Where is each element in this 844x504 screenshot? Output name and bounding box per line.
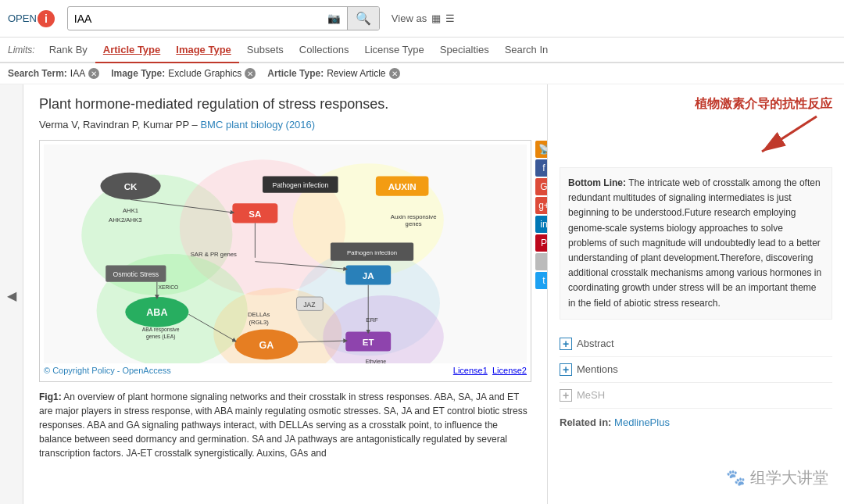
svg-text:JAZ: JAZ [303,301,316,309]
blank-icon [535,253,547,270]
search-term-search: Search Term: IAA ✕ [8,68,99,79]
abstract-label: Abstract [577,338,614,349]
diagram-svg: CK AUXIN SA Pathogen infection JA [44,145,527,363]
fig-label: Fig1: [39,391,62,402]
authors-text: Verma V, Ravindran P, Kumar PP – [39,119,200,130]
svg-text:CK: CK [124,182,138,191]
search-input[interactable] [68,9,321,29]
figure-container: CK AUXIN SA Pathogen infection JA [39,140,531,382]
article-type-label: Article Type: [267,68,324,79]
abstract-expand-icon: + [560,338,572,350]
nav-specialties[interactable]: Specialties [432,38,497,63]
svg-text:ABA responsive: ABA responsive [142,327,180,333]
gplus-icon[interactable]: g+ [535,197,547,214]
camera-button[interactable]: 📷 [321,9,347,28]
svg-text:JA: JA [363,271,374,281]
copyright-link[interactable]: © Copyright Policy - OpenAccess [44,366,171,375]
rss-icon[interactable]: 📡 [535,141,547,158]
svg-line-50 [762,116,817,152]
search-button[interactable]: 🔍 [347,7,379,30]
svg-text:Osmotic Stress: Osmotic Stress [113,270,159,278]
article-authors: Verma V, Ravindran P, Kumar PP – BMC pla… [39,119,531,130]
fig-text: An overview of plant hormone signaling n… [39,391,528,459]
nav-subsets[interactable]: Subsets [239,38,291,63]
bottom-line-box: Bottom Line: The intricate web of crosst… [560,167,832,320]
svg-text:genes (LEA): genes (LEA) [146,334,176,340]
search-terms-bar: Search Term: IAA ✕ Image Type: Exclude G… [0,63,844,84]
nav-image-type[interactable]: Image Type [168,38,239,63]
svg-text:XERICO: XERICO [158,284,178,290]
bottom-line-label: Bottom Line: [568,177,626,188]
view-as-controls: View as ▦ ☰ [392,13,455,24]
svg-text:GA: GA [259,340,274,351]
nav-search-in[interactable]: Search In [497,38,556,63]
mentions-label: Mentions [577,363,618,375]
svg-text:ET: ET [363,338,374,347]
nav-article-type[interactable]: Article Type [95,38,168,63]
nav-license-type[interactable]: License Type [356,38,431,63]
svg-text:AHK2/AHK3: AHK2/AHK3 [109,216,141,223]
annotation-area: 植物激素介导的抗性反应 [560,96,832,159]
nav-rank-by[interactable]: Rank By [41,38,95,63]
svg-text:DELLAs: DELLAs [248,311,270,318]
facebook-icon[interactable]: f [535,159,547,177]
right-panel: 植物激素介导的抗性反应 Bottom Line: The intricate w… [547,84,844,504]
search-term-label: Search Term: [8,68,67,79]
search-bar[interactable]: 📷 🔍 [67,6,380,30]
license1-link[interactable]: License1 [453,366,488,375]
content-area: Plant hormone-mediated regulation of str… [23,84,547,504]
abstract-section[interactable]: + Abstract [560,331,832,357]
svg-text:Ethylene: Ethylene [366,359,387,363]
header: OPENi 📷 🔍 View as ▦ ☰ [0,0,844,38]
svg-text:Pathogen infection: Pathogen infection [272,181,328,189]
svg-text:ABA: ABA [146,307,167,318]
nav-limits-label: Limits: [8,38,35,62]
journal-link[interactable]: BMC plant biology (2016) [200,119,315,130]
linkedin-icon[interactable]: in [535,216,547,233]
article-type-remove[interactable]: ✕ [389,68,400,79]
image-type-remove[interactable]: ✕ [245,68,256,79]
license-links: License1 License2 [453,366,527,375]
annotation-chinese-text: 植物激素介导的抗性反应 [695,97,832,110]
article-type-value: Review Article [327,68,385,79]
left-panel-toggle[interactable]: ◀ [0,84,23,504]
svg-text:(RGL3): (RGL3) [249,319,270,326]
google-icon[interactable]: G [535,178,547,195]
svg-text:SA: SA [249,209,262,219]
image-type-value: Exclude Graphics [168,68,241,79]
svg-text:ERF: ERF [366,316,378,323]
svg-text:SAR & PR genes: SAR & PR genes [191,251,237,258]
related-in-label: Related in: [560,416,611,428]
list-view-icon[interactable]: ☰ [445,13,455,24]
mesh-section[interactable]: + MeSH [560,383,832,409]
medlineplus-link[interactable]: MedlinePlus [614,416,670,428]
figure-caption: Fig1: An overview of plant hormone signa… [39,390,531,460]
svg-text:Auxin responsive: Auxin responsive [391,213,437,220]
nav-bar: Limits: Rank By Article Type Image Type … [0,38,844,63]
search-term-value: IAA [70,68,85,79]
related-in-section: Related in: MedlinePlus [560,409,832,436]
logo-i-circle: i [38,10,55,27]
logo-open-text: OPEN [8,13,37,24]
figure-image: CK AUXIN SA Pathogen infection JA [44,145,527,363]
svg-text:AHK1: AHK1 [123,207,138,214]
arrow-svg [738,113,832,159]
main-layout: ◀ Plant hormone-mediated regulation of s… [0,84,844,504]
figure-footer: © Copyright Policy - OpenAccess License1… [44,363,527,377]
mentions-expand-icon: + [560,363,572,376]
image-type-term: Image Type: Exclude Graphics ✕ [111,68,256,79]
twitter-icon[interactable]: t [535,272,547,289]
svg-text:Pathogen infection: Pathogen infection [347,249,397,256]
mentions-section[interactable]: + Mentions [560,357,832,383]
nav-collections[interactable]: Collections [291,38,357,63]
grid-view-icon[interactable]: ▦ [431,13,441,24]
pinterest-icon[interactable]: P [535,234,547,252]
view-as-label: View as [392,13,427,24]
mesh-expand-icon: + [560,389,572,402]
search-term-remove[interactable]: ✕ [88,68,99,79]
license2-link[interactable]: License2 [492,366,527,375]
bottom-line-text: The intricate web of crosstalk among the… [568,177,821,309]
article-type-term: Article Type: Review Article ✕ [267,68,399,79]
left-arrow-icon: ◀ [7,288,16,303]
svg-text:genes: genes [406,220,422,227]
